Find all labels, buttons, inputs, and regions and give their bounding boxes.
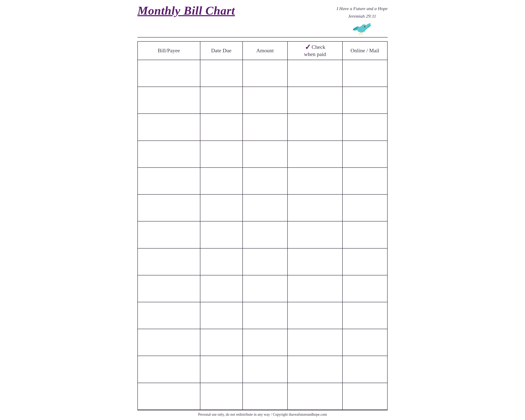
table-cell[interactable] — [200, 141, 243, 168]
table-cell[interactable] — [200, 60, 243, 87]
table-cell[interactable] — [138, 275, 200, 302]
table-cell[interactable] — [200, 329, 243, 356]
bill-table: Bill/Payee Date Due Amount ✓ Check when … — [137, 41, 388, 410]
bird-container — [353, 21, 371, 35]
table-cell[interactable] — [138, 87, 200, 114]
table-cell[interactable] — [243, 194, 288, 221]
table-cell[interactable] — [243, 60, 288, 87]
svg-line-12 — [360, 34, 360, 35]
table-cell[interactable] — [243, 248, 288, 275]
table-row — [138, 329, 387, 356]
table-cell[interactable] — [288, 141, 342, 168]
table-body — [138, 60, 387, 410]
table-cell[interactable] — [243, 302, 288, 329]
table-cell[interactable] — [288, 60, 342, 87]
scripture-line1: I Have a Future and a Hope — [337, 5, 388, 12]
table-cell[interactable] — [138, 302, 200, 329]
table-cell[interactable] — [243, 141, 288, 168]
table-cell[interactable] — [342, 302, 387, 329]
col-header-online: Online / Mail — [342, 41, 387, 60]
table-row — [138, 275, 387, 302]
svg-line-15 — [362, 34, 362, 35]
table-cell[interactable] — [200, 302, 243, 329]
checkmark-icon: ✓ — [305, 44, 311, 51]
table-cell[interactable] — [342, 141, 387, 168]
table-cell[interactable] — [342, 221, 387, 248]
header: Monthly Bill Chart I Have a Future and a… — [137, 4, 388, 37]
table-cell[interactable] — [342, 194, 387, 221]
table-cell[interactable] — [342, 87, 387, 114]
page-title: Monthly Bill Chart — [137, 4, 235, 17]
svg-line-14 — [361, 34, 362, 35]
table-cell[interactable] — [342, 383, 387, 410]
table-cell[interactable] — [138, 60, 200, 87]
check-word: Check — [312, 44, 325, 51]
title-block: Monthly Bill Chart — [137, 4, 235, 17]
table-cell[interactable] — [243, 275, 288, 302]
table-cell[interactable] — [138, 168, 200, 194]
table-cell[interactable] — [200, 356, 243, 383]
page: Monthly Bill Chart I Have a Future and a… — [131, 0, 394, 420]
table-cell[interactable] — [200, 168, 243, 194]
table-cell[interactable] — [138, 248, 200, 275]
table-cell[interactable] — [138, 194, 200, 221]
table-row — [138, 168, 387, 194]
table-cell[interactable] — [200, 248, 243, 275]
scripture-line2: Jeremiah 29:11 — [348, 13, 376, 19]
bird-icon — [353, 21, 371, 35]
table-cell[interactable] — [243, 114, 288, 140]
table-cell[interactable] — [243, 87, 288, 114]
table-cell[interactable] — [342, 114, 387, 140]
table-cell[interactable] — [288, 114, 342, 140]
table-cell[interactable] — [288, 275, 342, 302]
table-cell[interactable] — [138, 141, 200, 168]
table-cell[interactable] — [342, 356, 387, 383]
table-row — [138, 87, 387, 114]
svg-point-6 — [361, 24, 367, 30]
table-row — [138, 221, 387, 248]
table-cell[interactable] — [138, 114, 200, 140]
table-cell[interactable] — [200, 383, 243, 410]
table-cell[interactable] — [342, 168, 387, 194]
table-header-row: Bill/Payee Date Due Amount ✓ Check when … — [138, 41, 387, 60]
table-cell[interactable] — [342, 275, 387, 302]
table-row — [138, 114, 387, 140]
table-cell[interactable] — [138, 383, 200, 410]
table-cell[interactable] — [243, 329, 288, 356]
table-row — [138, 356, 387, 383]
table-cell[interactable] — [342, 329, 387, 356]
table-cell[interactable] — [288, 194, 342, 221]
table-cell[interactable] — [288, 383, 342, 410]
table-cell[interactable] — [288, 87, 342, 114]
table-cell[interactable] — [288, 302, 342, 329]
table-cell[interactable] — [243, 168, 288, 194]
table-cell[interactable] — [288, 356, 342, 383]
table-cell[interactable] — [200, 87, 243, 114]
table-cell[interactable] — [200, 275, 243, 302]
table-row — [138, 302, 387, 329]
table-cell[interactable] — [243, 221, 288, 248]
table-cell[interactable] — [243, 383, 288, 410]
table-cell[interactable] — [200, 221, 243, 248]
table-cell[interactable] — [288, 248, 342, 275]
table-row — [138, 60, 387, 87]
table-cell[interactable] — [288, 221, 342, 248]
col-header-check: ✓ Check when paid — [288, 41, 342, 60]
table-cell[interactable] — [138, 221, 200, 248]
svg-line-10 — [360, 32, 361, 34]
table-cell[interactable] — [288, 168, 342, 194]
svg-line-13 — [362, 32, 362, 34]
table-cell[interactable] — [138, 329, 200, 356]
table-cell[interactable] — [138, 356, 200, 383]
table-cell[interactable] — [288, 329, 342, 356]
col-header-date: Date Due — [200, 41, 243, 60]
when-paid-text: when paid — [304, 51, 326, 58]
table-cell[interactable] — [342, 60, 387, 87]
table-cell[interactable] — [243, 356, 288, 383]
table-cell[interactable] — [200, 114, 243, 140]
table-row — [138, 141, 387, 168]
header-right: I Have a Future and a Hope Jeremiah 29:1… — [337, 4, 388, 35]
svg-point-8 — [365, 26, 365, 27]
table-cell[interactable] — [200, 194, 243, 221]
table-cell[interactable] — [342, 248, 387, 275]
